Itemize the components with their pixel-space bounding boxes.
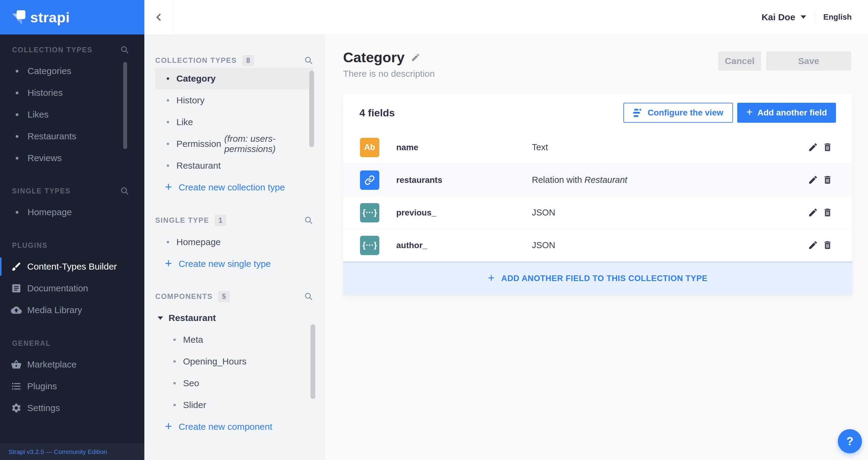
search-icon[interactable] (304, 292, 313, 301)
bullet-icon (173, 404, 176, 406)
panel-item-permission[interactable]: Permission(from: users-permissions) (155, 133, 313, 155)
panel-header-single-type: SINGLE TYPE 1 (144, 213, 325, 228)
sidebar-item-likes[interactable]: Likes (0, 104, 144, 125)
bullet-icon (167, 143, 169, 145)
bullet-icon (16, 157, 19, 160)
panel-header-collection-types: COLLECTION TYPES 8 (144, 53, 325, 68)
edit-field-button[interactable] (808, 142, 818, 153)
create-single-type-link[interactable]: +Create new single type (155, 253, 325, 275)
bullet-icon (167, 77, 169, 80)
sidebar-item-histories[interactable]: Histories (0, 82, 144, 104)
search-icon[interactable] (304, 216, 313, 225)
sidebar-scrollbar[interactable] (123, 62, 127, 149)
panel-item-seo[interactable]: Seo (155, 372, 313, 394)
panel-item-homepage[interactable]: Homepage (155, 231, 313, 253)
plus-icon: + (488, 271, 494, 284)
topbar-right: Kai Doe English (762, 11, 868, 24)
bullet-icon (16, 113, 19, 116)
content-types-panel: COLLECTION TYPES 8 Category History Like… (144, 34, 325, 460)
panel-item-slider[interactable]: Slider (155, 394, 313, 416)
delete-field-button[interactable] (822, 207, 833, 218)
sidebar-item-content-types-builder[interactable]: Content-Types Builder (0, 256, 144, 278)
trash-icon (823, 207, 833, 218)
chevron-left-icon (154, 12, 164, 22)
sliders-icon (633, 109, 643, 117)
book-icon (11, 283, 22, 294)
panel-item-history[interactable]: History (155, 89, 313, 111)
cancel-button[interactable]: Cancel (718, 51, 761, 71)
version-link[interactable]: Strapi v3.2.5 — Community Edition (8, 448, 107, 456)
link-icon (365, 175, 375, 185)
pencil-icon (808, 142, 818, 152)
count-badge: 8 (242, 55, 254, 66)
components-scrollbar[interactable] (310, 324, 315, 399)
count-badge: 5 (218, 291, 230, 302)
sidebar-item-restaurants[interactable]: Restaurants (0, 125, 144, 147)
panel-header-components: COMPONENTS 5 (144, 289, 325, 304)
sidebar-item-documentation[interactable]: Documentation (0, 278, 144, 299)
sidebar-item-categories[interactable]: Categories (0, 60, 144, 82)
search-icon[interactable] (120, 45, 129, 54)
fields-count: 4 fields (360, 107, 395, 119)
cloud-upload-icon (11, 305, 22, 316)
fields-card: 4 fields Configure the view + Add anothe… (343, 94, 852, 295)
edit-field-button[interactable] (808, 175, 818, 185)
sidebar-header-general: GENERAL (0, 336, 144, 351)
topbar: Kai Doe English (144, 0, 868, 34)
bullet-icon (16, 211, 19, 214)
create-component-link[interactable]: +Create new component (155, 416, 325, 438)
panel-item-restaurant[interactable]: Restaurant (155, 155, 313, 176)
panel-group-restaurant[interactable]: Restaurant (155, 307, 313, 329)
help-button[interactable]: ? (838, 429, 862, 453)
bullet-icon (167, 165, 169, 167)
panel-item-category[interactable]: Category (155, 68, 313, 89)
user-menu[interactable]: Kai Doe (762, 12, 806, 22)
add-field-bar[interactable]: + ADD ANOTHER FIELD TO THIS COLLECTION T… (343, 262, 852, 295)
logo-text: strapi (30, 9, 70, 26)
sidebar-item-reviews[interactable]: Reviews (0, 147, 144, 169)
sidebar-item-homepage[interactable]: Homepage (0, 201, 144, 223)
trash-icon (823, 142, 833, 152)
fields-card-header: 4 fields Configure the view + Add anothe… (343, 94, 852, 131)
bullet-icon (16, 135, 19, 138)
plus-icon: + (746, 106, 753, 118)
add-another-field-button[interactable]: + Add another field (737, 103, 836, 123)
bullet-icon (16, 70, 19, 73)
panel-item-opening-hours[interactable]: Opening_Hours (155, 351, 313, 372)
bullet-icon (173, 360, 176, 363)
panel-scrollbar[interactable] (309, 71, 314, 147)
delete-field-button[interactable] (822, 142, 833, 153)
search-icon[interactable] (120, 186, 129, 196)
bullet-icon (167, 241, 169, 243)
panel-item-meta[interactable]: Meta (155, 329, 313, 351)
main-sidebar: strapi COLLECTION TYPES Categories Histo… (0, 0, 144, 460)
edit-pencil-icon[interactable] (411, 53, 421, 62)
chevron-down-icon (801, 16, 806, 19)
delete-field-button[interactable] (822, 175, 833, 185)
strapi-logo[interactable]: strapi (0, 0, 144, 34)
field-row-name: Ab name Text (343, 131, 852, 164)
language-selector[interactable]: English (823, 12, 852, 22)
basket-icon (11, 359, 22, 370)
save-button[interactable]: Save (766, 51, 851, 71)
search-icon[interactable] (304, 56, 313, 65)
bullet-icon (167, 99, 169, 102)
back-button[interactable] (144, 0, 174, 34)
edit-field-button[interactable] (808, 207, 818, 218)
trash-icon (823, 175, 833, 185)
topbar-divider (814, 11, 815, 24)
panel-item-like[interactable]: Like (155, 111, 313, 133)
field-row-previous: {···} previous_ JSON (343, 197, 852, 229)
edit-field-button[interactable] (808, 240, 818, 251)
sidebar-item-media-library[interactable]: Media Library (0, 299, 144, 321)
field-row-restaurants: restaurants Relation withRestaurant (343, 164, 852, 197)
configure-view-button[interactable]: Configure the view (623, 103, 733, 123)
create-collection-type-link[interactable]: +Create new collection type (155, 176, 325, 198)
sidebar-item-marketplace[interactable]: Marketplace (0, 354, 144, 375)
sidebar-item-settings[interactable]: Settings (0, 397, 144, 419)
page-subtitle: There is no description (343, 68, 435, 79)
sidebar-item-plugins[interactable]: Plugins (0, 375, 144, 397)
delete-field-button[interactable] (822, 240, 833, 251)
strapi-logo-icon (12, 10, 26, 25)
trash-icon (823, 240, 833, 250)
